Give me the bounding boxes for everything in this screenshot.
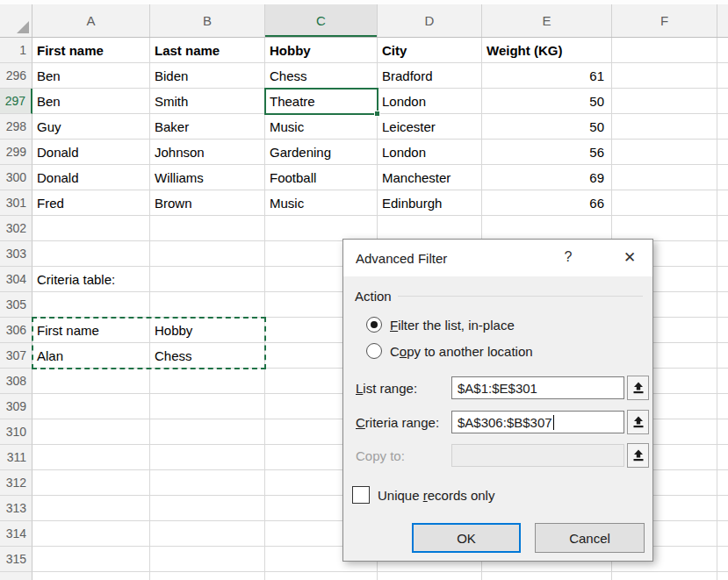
cell[interactable] xyxy=(32,394,150,419)
cell[interactable] xyxy=(150,292,265,318)
cell[interactable] xyxy=(32,419,150,445)
cell[interactable] xyxy=(378,216,482,241)
cell[interactable] xyxy=(482,216,612,241)
cell[interactable] xyxy=(265,572,378,580)
cell[interactable]: Criteria table: xyxy=(32,267,150,292)
row-header-316[interactable]: 316 xyxy=(0,572,32,580)
cell[interactable] xyxy=(717,572,728,580)
cell[interactable] xyxy=(717,343,728,369)
cell[interactable]: Manchester xyxy=(378,165,482,190)
cell[interactable]: Donald xyxy=(32,165,150,190)
cell[interactable]: 50 xyxy=(482,89,612,114)
cell[interactable] xyxy=(717,216,728,241)
cell[interactable] xyxy=(717,241,728,267)
cell[interactable]: 50 xyxy=(482,114,612,140)
cell[interactable] xyxy=(717,496,728,521)
cell[interactable]: Chess xyxy=(265,63,378,89)
cell[interactable] xyxy=(717,267,728,292)
cell[interactable] xyxy=(717,470,728,496)
cell[interactable] xyxy=(150,241,265,267)
cell[interactable]: Brown xyxy=(150,190,265,216)
cell[interactable] xyxy=(612,63,717,89)
cell[interactable]: London xyxy=(378,89,482,114)
cell[interactable] xyxy=(150,521,265,547)
cell[interactable] xyxy=(150,470,265,496)
cell[interactable] xyxy=(717,63,728,89)
cell[interactable] xyxy=(612,38,717,63)
cell[interactable] xyxy=(612,140,717,165)
cell[interactable]: Leicester xyxy=(378,114,482,140)
row-header-298[interactable]: 298 xyxy=(0,114,32,140)
copy-to-collapse-button[interactable] xyxy=(627,443,649,468)
row-header-314[interactable]: 314 xyxy=(0,521,32,547)
column-header-C[interactable]: C xyxy=(265,4,378,37)
cell[interactable]: Bradford xyxy=(378,63,482,89)
cell[interactable]: First name xyxy=(32,38,150,63)
column-header-E[interactable]: E xyxy=(482,4,612,37)
row-header-312[interactable]: 312 xyxy=(0,470,32,496)
cell[interactable]: Hobby xyxy=(265,38,378,63)
row-header-306[interactable]: 306 xyxy=(0,318,32,343)
cell[interactable] xyxy=(150,394,265,419)
row-header-308[interactable]: 308 xyxy=(0,369,32,394)
cell[interactable]: Donald xyxy=(32,140,150,165)
cell[interactable] xyxy=(717,165,728,190)
fill-handle[interactable] xyxy=(374,111,380,117)
cell[interactable] xyxy=(32,521,150,547)
cell[interactable]: Football xyxy=(265,165,378,190)
cell[interactable] xyxy=(150,547,265,572)
cell[interactable] xyxy=(32,496,150,521)
cell[interactable] xyxy=(32,572,150,580)
cell[interactable] xyxy=(32,292,150,318)
cell[interactable]: Gardening xyxy=(265,140,378,165)
cell[interactable]: 69 xyxy=(482,165,612,190)
cell[interactable]: Biden xyxy=(150,63,265,89)
cell[interactable] xyxy=(612,165,717,190)
row-header-297[interactable]: 297 xyxy=(0,89,32,114)
row-header-302[interactable]: 302 xyxy=(0,216,32,241)
cell[interactable] xyxy=(717,419,728,445)
ok-button[interactable]: OK xyxy=(412,523,521,553)
cell[interactable]: Weight (KG) xyxy=(482,38,612,63)
criteria-range-input[interactable]: $A$306:$B$307 xyxy=(451,411,624,433)
cell[interactable]: London xyxy=(378,140,482,165)
criteria-range-collapse-button[interactable] xyxy=(627,410,649,434)
row-header-307[interactable]: 307 xyxy=(0,343,32,369)
unique-records-checkbox[interactable] xyxy=(352,486,370,504)
row-header-305[interactable]: 305 xyxy=(0,292,32,318)
cell[interactable] xyxy=(717,292,728,318)
row-header-310[interactable]: 310 xyxy=(0,419,32,445)
cell[interactable] xyxy=(32,445,150,470)
cell[interactable] xyxy=(32,216,150,241)
row-header-301[interactable]: 301 xyxy=(0,190,32,216)
cell[interactable]: 56 xyxy=(482,140,612,165)
cell[interactable] xyxy=(717,89,728,114)
row-header-299[interactable]: 299 xyxy=(0,140,32,165)
cell[interactable] xyxy=(717,190,728,216)
column-header-D[interactable]: D xyxy=(378,4,482,37)
cell[interactable] xyxy=(150,216,265,241)
cell[interactable]: Music xyxy=(265,190,378,216)
row-header-315[interactable]: 315 xyxy=(0,547,32,572)
cell[interactable] xyxy=(150,572,265,580)
cell[interactable] xyxy=(717,140,728,165)
cell[interactable]: Edinburgh xyxy=(378,190,482,216)
cell[interactable] xyxy=(717,369,728,394)
cell[interactable] xyxy=(612,572,717,580)
cell[interactable] xyxy=(717,394,728,419)
cell[interactable]: 66 xyxy=(482,190,612,216)
cell[interactable] xyxy=(717,114,728,140)
row-header-313[interactable]: 313 xyxy=(0,496,32,521)
cell[interactable] xyxy=(150,496,265,521)
cell[interactable]: Last name xyxy=(150,38,265,63)
cell[interactable]: Fred xyxy=(32,190,150,216)
cell[interactable] xyxy=(32,547,150,572)
cell[interactable]: Johnson xyxy=(150,140,265,165)
cell[interactable] xyxy=(612,216,717,241)
cell[interactable]: Smith xyxy=(150,89,265,114)
cell[interactable]: 61 xyxy=(482,63,612,89)
cell[interactable] xyxy=(717,318,728,343)
cell[interactable] xyxy=(482,572,612,580)
cell[interactable]: Williams xyxy=(150,165,265,190)
cell[interactable]: Ben xyxy=(32,63,150,89)
